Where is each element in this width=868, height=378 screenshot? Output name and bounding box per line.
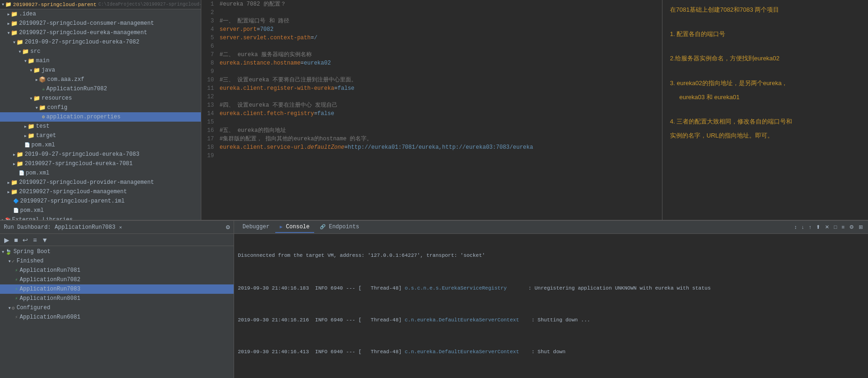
rerun-button[interactable]: ↩	[21, 236, 29, 244]
sidebar-item-consumer[interactable]: ▶ 📁 20190927-springcloud-consumer-manage…	[0, 19, 201, 28]
expand-icon: ▼	[2, 2, 4, 7]
sidebar-item-iml[interactable]: 🔷 20190927-springcloud-parent.iml	[0, 196, 201, 206]
settings-icon[interactable]: ⚙	[226, 223, 230, 231]
iml-icon: 🔷	[13, 198, 19, 204]
note-line-4b: eureka03 和 eureka01	[670, 92, 861, 102]
sidebar-label: pom.xml	[31, 142, 55, 148]
console-tool-4[interactable]: ⬆	[815, 224, 822, 230]
tab-debugger[interactable]: Debugger	[238, 222, 274, 233]
sidebar-item-idea[interactable]: ▶ 📁 .idea	[0, 9, 201, 19]
stop-button[interactable]: ■	[13, 236, 19, 244]
sidebar-label: pom.xml	[26, 170, 49, 176]
bottom-panel: Run Dashboard: ApplicationRun7083 ✕ ⚙ ▶ …	[0, 220, 868, 378]
console-tool-5[interactable]: ✕	[824, 224, 831, 230]
sidebar-item-package[interactable]: ▶ 📦 com.aaa.zxf	[0, 75, 201, 84]
line-number: 5	[201, 34, 218, 42]
console-tool-2[interactable]: ↓	[800, 224, 806, 230]
code-line-14: 14 eureka.client.fetch-registry=false	[201, 109, 533, 118]
sidebar-item-main[interactable]: ▼ 📁 main	[0, 56, 201, 65]
console-settings-icon[interactable]: ⚙	[848, 224, 855, 230]
code-line-17: 17 #集群版的配置， 指向其他的eureka的hostname 的名字。	[201, 135, 533, 143]
sidebar-label: .idea	[19, 11, 36, 17]
line-content	[218, 118, 533, 126]
expand-icon: ▼	[30, 96, 32, 101]
line-number: 2	[201, 8, 218, 17]
line-number: 1	[201, 0, 218, 8]
sidebar-item-target[interactable]: ▶ 📁 target	[0, 131, 201, 140]
expand-icon: ▶	[7, 190, 10, 194]
line-content: eureka.instance.hostname=eureka02	[218, 59, 533, 67]
app-run-icon: ⚡	[15, 286, 18, 292]
app-run-icon: ⚡	[15, 277, 18, 283]
tab-console[interactable]: ▶ Console	[275, 222, 315, 233]
console-tool-1[interactable]: ↕	[793, 224, 798, 230]
app6081-label: ApplicationRun6081	[20, 314, 81, 320]
console-expand-icon[interactable]: ⊞	[857, 224, 864, 230]
console-tool-7[interactable]: ≡	[840, 224, 846, 230]
sidebar-item-eureka-mgmt[interactable]: ▼ 📁 20190927-springcloud-eureka-manageme…	[0, 28, 201, 37]
tree-item-app7082[interactable]: ⚡ ApplicationRun7082	[0, 275, 234, 284]
tree-item-spring-boot[interactable]: ▼ 🍃 Spring Boot	[0, 247, 234, 256]
line-content: #二、 eureka 服务器端的实例名称	[218, 51, 533, 59]
console-icon: ▶	[280, 225, 283, 230]
sidebar-item-appprops[interactable]: ⚙ application.properties	[0, 112, 201, 122]
line-content: eureka.client.register-with-eureka=false	[218, 84, 533, 93]
spring-boot-icon: 🍃	[5, 249, 12, 255]
console-content[interactable]: Disconnected from the target VM, address…	[234, 234, 868, 378]
sidebar-item-pom-root[interactable]: 📄 pom.xml	[0, 206, 201, 215]
sidebar-item-src[interactable]: ▼ 📁 src	[0, 47, 201, 56]
log-pid: 6940 --- [	[331, 316, 361, 324]
filter-button[interactable]: ▼	[40, 236, 50, 244]
sidebar-label: 20190927-springcloud-eureka-management	[19, 29, 147, 36]
sidebar-item-ext-libs[interactable]: ▶ 📚 External Libraries	[0, 215, 201, 220]
sidebar-item-resources[interactable]: ▼ 📁 resources	[0, 94, 201, 103]
expand-icon: ▶	[7, 181, 10, 185]
tree-item-app8081[interactable]: ⚡ ApplicationRun8081	[0, 294, 234, 303]
parallel-button[interactable]: ≡	[31, 236, 38, 244]
console-tool-6[interactable]: □	[832, 224, 839, 230]
tree-item-app7081[interactable]: ⚡ ApplicationRun7081	[0, 266, 234, 275]
sidebar-item-eureka-7081[interactable]: ▶ 📁 20190927-springcloud-eureka-7081	[0, 159, 201, 168]
sidebar-item-pom-eureka[interactable]: 📄 pom.xml	[0, 168, 201, 178]
sidebar-item-spring-mgmt[interactable]: ▶ 📁 202190927-springcloud-management	[0, 187, 201, 196]
sidebar-item-apprun7082[interactable]: ☕ ApplicationRun7082	[0, 84, 201, 94]
expand-icon: ▶	[24, 134, 27, 138]
folder-icon: 📁	[11, 189, 18, 196]
sidebar-label: src	[30, 48, 41, 55]
tree-item-app6081[interactable]: ⚡ ApplicationRun6081	[0, 313, 234, 322]
app-run-icon: ⚡	[15, 314, 18, 320]
tree-item-configured[interactable]: ▼ ⚙ Configured	[0, 303, 234, 313]
sidebar-label: ApplicationRun7082	[46, 86, 107, 92]
run-tab-label[interactable]: ApplicationRun7083	[55, 224, 116, 231]
code-content[interactable]: 1 #eureka 7082 的配置？ 2 3 #一、 配置端口号 和 路径 4…	[201, 0, 533, 220]
line-number: 3	[201, 17, 218, 25]
sidebar-label: com.aaa.zxf	[47, 76, 84, 83]
tree-item-finished[interactable]: ▼ ✓ Finished	[0, 256, 234, 266]
line-number: 16	[201, 126, 218, 135]
console-tool-3[interactable]: ↑	[807, 224, 813, 230]
tree-item-app7083[interactable]: ⚡ ApplicationRun7083	[0, 284, 234, 294]
sidebar-item-eureka-7083[interactable]: ▶ 📁 2019-09-27-springcloud-eureka-7083	[0, 150, 201, 159]
folder-icon: 📁	[28, 132, 35, 139]
sidebar-item-config[interactable]: ▼ 📁 config	[0, 103, 201, 112]
expand-icon: ▼	[30, 68, 32, 73]
code-editor[interactable]: 1 #eureka 7082 的配置？ 2 3 #一、 配置端口号 和 路径 4…	[201, 0, 662, 220]
sidebar-root-item[interactable]: ▼ 📁 20190927-springcloud-parent C:\IdeaP…	[0, 0, 201, 9]
sidebar-item-provider-mgmt[interactable]: ▶ 📁 20190927-springcloud-provider-manage…	[0, 178, 201, 187]
console-panel: Debugger ▶ Console 🔗 Endpoints ↕ ↓ ↑ ⬆ ✕…	[234, 221, 868, 378]
log-thread: Thread-48]	[361, 284, 402, 292]
sidebar-item-test[interactable]: ▶ 📁 test	[0, 122, 201, 131]
sidebar-item-pom7082[interactable]: 📄 pom.xml	[0, 140, 201, 150]
folder-icon: 📁	[33, 95, 40, 102]
sidebar-item-eureka-7082[interactable]: ▼ 📁 2019-09-27-springcloud-eureka-7082	[0, 37, 201, 47]
sidebar-label: java	[42, 67, 55, 73]
line-number: 14	[201, 109, 218, 118]
run-button[interactable]: ▶	[3, 236, 11, 244]
folder-icon: 📁	[28, 123, 35, 130]
tab-close-icon[interactable]: ✕	[119, 225, 122, 230]
expand-icon: ▼	[13, 40, 15, 44]
line-number: 9	[201, 67, 218, 76]
sidebar-item-java[interactable]: ▼ 📁 java	[0, 65, 201, 75]
tab-endpoints[interactable]: 🔗 Endpoints	[315, 222, 364, 233]
log-level: INFO	[315, 284, 331, 292]
